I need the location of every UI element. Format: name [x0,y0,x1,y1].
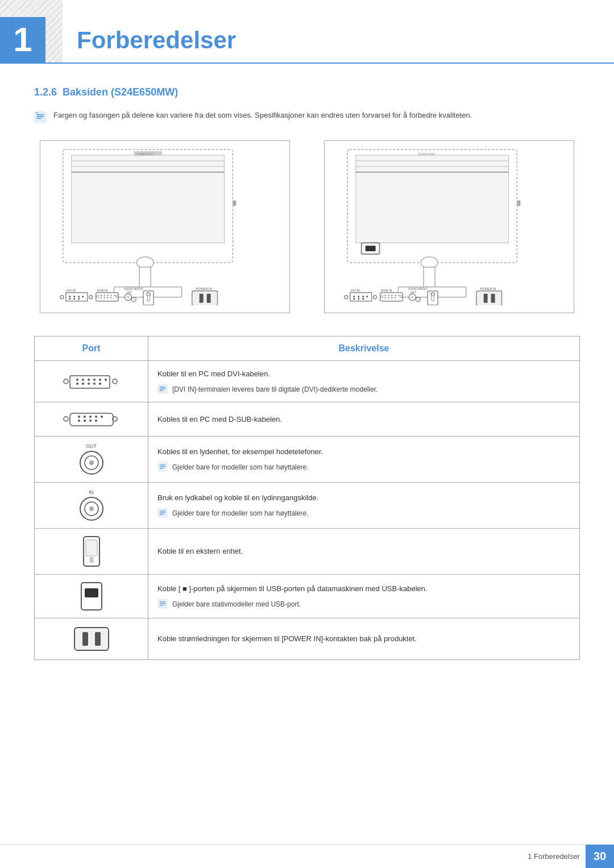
svg-rect-153 [95,632,101,646]
svg-point-130 [89,460,94,465]
svg-rect-0 [35,111,46,123]
monitor-diagram-right: SAMSUNG DVI IN [324,140,574,313]
port-cell [35,575,148,618]
chapter-title: Forberedelser [77,10,236,54]
description-cell: Koble [ ■ ]-porten på skjermen til USB-p… [148,575,580,618]
svg-rect-46 [192,291,218,305]
svg-point-55 [421,257,438,268]
svg-point-39 [127,296,130,298]
svg-rect-151 [74,628,109,650]
table-header-port: Port [35,336,148,360]
description-cell: Koble til en ekstern enhet. [148,529,580,575]
svg-point-19 [73,298,75,300]
svg-point-22 [89,296,93,299]
svg-point-102 [88,379,90,381]
page-header: 1 Forberedelser [0,0,614,64]
svg-point-90 [417,298,419,300]
svg-point-77 [391,295,392,296]
svg-point-20 [78,298,80,300]
svg-rect-48 [207,294,211,303]
svg-point-88 [411,296,414,298]
note-text: Fargen og fasongen på delene kan variere… [53,110,472,122]
monitor-diagram-left: SAMSUNG DVI IN [40,140,290,313]
svg-point-122 [101,416,103,418]
svg-point-108 [88,383,90,385]
svg-point-18 [69,298,70,300]
port-cell [35,529,148,575]
svg-text:DVI IN: DVI IN [351,289,360,292]
svg-point-26 [100,295,101,296]
svg-rect-47 [200,294,204,303]
description-cell: Kobles til en lydenhet, for eksempel hod… [148,437,580,483]
svg-point-69 [362,298,364,300]
svg-point-8 [136,257,154,268]
svg-point-80 [384,297,385,298]
port-cell [35,618,148,660]
svg-point-107 [82,383,84,385]
table-row: OUT Kobles til en lydenhet, for eksempel… [35,437,580,483]
chapter-stripe: 1 [0,0,63,63]
port-cell: IN [35,483,148,529]
svg-point-27 [103,295,105,296]
svg-point-34 [110,297,111,298]
svg-point-120 [89,416,92,418]
svg-rect-56 [424,267,435,290]
svg-rect-97 [491,294,495,303]
svg-text:POWER IN: POWER IN [480,287,496,290]
svg-point-81 [388,297,389,298]
svg-rect-93 [432,296,434,301]
svg-rect-58 [517,201,520,206]
svg-rect-50 [356,155,509,243]
svg-point-76 [388,295,389,296]
svg-point-104 [99,379,101,381]
svg-point-111 [113,379,117,384]
monitor-svg-left: SAMSUNG DVI IN [46,147,284,305]
port-cell [35,402,148,437]
svg-point-137 [89,506,94,511]
svg-point-82 [391,297,392,298]
svg-point-79 [398,295,399,296]
svg-point-119 [84,416,86,418]
svg-text:SAMSUNG: SAMSUNG [136,152,154,156]
svg-rect-143 [86,540,97,556]
svg-text:AUDIO IN/OUT: AUDIO IN/OUT [408,288,428,290]
svg-point-29 [110,295,111,296]
svg-point-105 [105,379,107,381]
svg-point-124 [84,420,86,422]
svg-point-14 [69,296,70,297]
description-cell: Kobles til en PC med D-SUB-kabelen. [148,402,580,437]
svg-rect-146 [85,588,98,597]
main-content: 1.2.6 Baksiden (S24E650MW) Fargen og fas… [0,64,614,683]
table-row: Kobles til en PC med D-SUB-kabelen. [35,402,580,437]
table-header-description: Beskrivelse [148,336,580,360]
svg-point-17 [82,296,84,297]
svg-point-123 [78,420,80,422]
port-cell [35,360,148,402]
table-row: Koble [ ■ ]-porten på skjermen til USB-p… [35,575,580,618]
svg-point-30 [114,295,115,296]
svg-point-116 [64,417,68,421]
svg-point-32 [103,297,105,298]
svg-rect-9 [139,267,151,290]
svg-text:OUT: OUT [126,291,132,294]
svg-rect-2 [72,155,225,243]
svg-point-100 [76,379,78,381]
svg-rect-144 [89,557,94,563]
svg-point-21 [60,296,64,299]
svg-text:DVI IN: DVI IN [67,289,76,292]
svg-text:RGB IN: RGB IN [381,289,392,292]
svg-point-110 [99,383,101,385]
svg-text:AUDIO IN/OUT: AUDIO IN/OUT [124,288,143,290]
svg-point-41 [133,298,135,300]
description-cell: Bruk en lydkabel og koble til en lydinng… [148,483,580,529]
table-row: Kobler til en PC med DVI-kabelen. [DVI I… [35,360,580,402]
chapter-number: 1 [0,17,45,63]
svg-point-101 [82,379,84,381]
svg-rect-11 [233,201,236,206]
svg-point-63 [353,296,355,297]
svg-point-98 [64,379,68,384]
svg-point-83 [395,297,396,298]
svg-point-103 [93,379,96,381]
svg-rect-24 [96,293,119,301]
svg-point-109 [93,383,96,385]
